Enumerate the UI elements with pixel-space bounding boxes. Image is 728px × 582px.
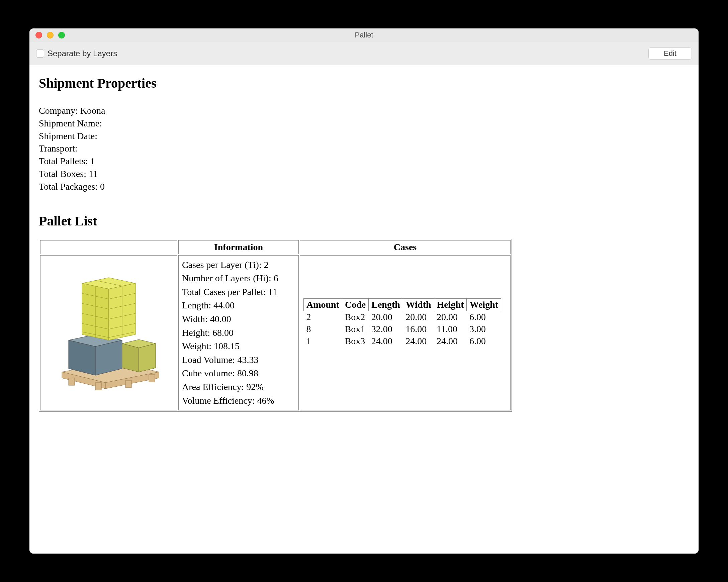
shipment-properties-list: Company: Koona Shipment Name: Shipment D… xyxy=(39,104,689,193)
info-height: Height: 68.00 xyxy=(182,326,295,340)
edit-button[interactable]: Edit xyxy=(648,48,692,59)
table-header-row: Information Cases xyxy=(40,240,511,254)
cases-row: 8 Box1 32.00 16.00 11.00 3.00 xyxy=(304,323,501,335)
property-transport: Transport: xyxy=(39,142,689,155)
th-code: Code xyxy=(342,298,369,311)
info-hi: Number of Layers (Hi): 6 xyxy=(182,272,295,285)
heading-shipment-properties: Shipment Properties xyxy=(39,75,689,91)
th-width: Width xyxy=(403,298,434,311)
cases-row: 1 Box3 24.00 24.00 24.00 6.00 xyxy=(304,335,501,347)
svg-rect-5 xyxy=(126,380,131,388)
info-ti: Cases per Layer (Ti): 2 xyxy=(182,258,295,272)
th-length: Length xyxy=(369,298,403,311)
edit-button-label: Edit xyxy=(664,49,676,58)
property-total-packages: Total Packages: 0 xyxy=(39,180,689,193)
th-cases: Cases xyxy=(300,240,511,254)
property-total-boxes: Total Boxes: 11 xyxy=(39,167,689,180)
close-icon[interactable] xyxy=(35,32,42,38)
toolbar: Separate by Layers Edit xyxy=(29,42,699,65)
info-width: Width: 40.00 xyxy=(182,312,295,326)
svg-marker-11 xyxy=(122,344,139,372)
separate-by-layers-checkbox[interactable] xyxy=(36,50,44,57)
table-row: Cases per Layer (Ti): 2 Number of Layers… xyxy=(40,255,511,411)
th-weight: Weight xyxy=(467,298,501,311)
svg-rect-6 xyxy=(149,375,155,382)
info-length: Length: 44.00 xyxy=(182,299,295,312)
pallet-illustration-icon xyxy=(52,265,165,392)
zoom-icon[interactable] xyxy=(58,32,65,38)
th-information: Information xyxy=(178,240,299,254)
cases-table: Amount Code Length Width Height Weight xyxy=(304,298,501,347)
cases-header-row: Amount Code Length Width Height Weight xyxy=(304,298,501,311)
svg-marker-12 xyxy=(139,344,156,372)
info-weight: Weight: 108.15 xyxy=(182,340,295,353)
pallet-table: Information Cases xyxy=(39,239,512,412)
separate-by-layers-label: Separate by Layers xyxy=(48,49,117,58)
cases-row: 2 Box2 20.00 20.00 20.00 6.00 xyxy=(304,311,501,323)
app-window: Pallet Separate by Layers Edit Shipment … xyxy=(29,28,699,554)
svg-rect-4 xyxy=(95,382,101,390)
heading-pallet-list: Pallet List xyxy=(39,213,689,229)
info-volume-efficiency: Volume Efficiency: 46% xyxy=(182,394,295,408)
info-area-efficiency: Area Efficiency: 92% xyxy=(182,380,295,394)
property-total-pallets: Total Pallets: 1 xyxy=(39,155,689,167)
th-image xyxy=(40,240,177,254)
property-company: Company: Koona xyxy=(39,104,689,117)
content-area: Shipment Properties Company: Koona Shipm… xyxy=(29,65,699,554)
traffic-lights xyxy=(29,32,65,38)
th-amount: Amount xyxy=(304,298,342,311)
property-shipment-date: Shipment Date: xyxy=(39,130,689,142)
info-total-cases: Total Cases per Pallet: 11 xyxy=(182,285,295,299)
titlebar: Pallet xyxy=(29,28,699,42)
window-title: Pallet xyxy=(355,31,373,39)
information-list: Cases per Layer (Ti): 2 Number of Layers… xyxy=(182,258,295,408)
minimize-icon[interactable] xyxy=(47,32,54,38)
cell-cases: Amount Code Length Width Height Weight xyxy=(300,255,511,411)
property-shipment-name: Shipment Name: xyxy=(39,117,689,130)
cell-information: Cases per Layer (Ti): 2 Number of Layers… xyxy=(178,255,299,411)
info-cube-volume: Cube volume: 80.98 xyxy=(182,367,295,380)
info-load-volume: Load Volume: 43.33 xyxy=(182,353,295,367)
cell-pallet-image xyxy=(40,255,177,411)
svg-rect-3 xyxy=(69,378,75,385)
separate-by-layers-control: Separate by Layers xyxy=(36,49,117,58)
th-height: Height xyxy=(434,298,467,311)
